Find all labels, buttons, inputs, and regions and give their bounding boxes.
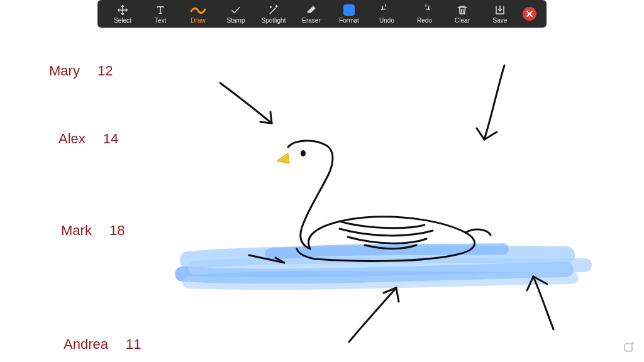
clear-label: Clear <box>455 17 470 24</box>
save-tool[interactable]: Save <box>481 4 519 24</box>
eraser-label: Eraser <box>302 17 320 24</box>
stamp-label: Stamp <box>227 17 245 24</box>
undo-tool[interactable]: Undo <box>368 4 406 24</box>
swan-eye <box>301 150 306 156</box>
draw-tool[interactable]: Draw <box>179 4 217 24</box>
annotation-score: 11 <box>126 336 141 353</box>
swan-beak <box>277 153 289 163</box>
select-tool[interactable]: Select <box>104 4 142 24</box>
text-tool[interactable]: Text <box>142 4 179 24</box>
undo-icon <box>381 4 392 16</box>
water-strokes <box>182 249 585 283</box>
arrows-to-swan <box>220 65 553 342</box>
squiggle-icon <box>190 4 206 16</box>
close-button[interactable] <box>519 7 540 21</box>
save-label: Save <box>493 17 508 24</box>
select-label: Select <box>114 17 131 24</box>
redo-tool[interactable]: Redo <box>406 4 443 24</box>
close-icon <box>523 7 536 21</box>
swan-outline <box>288 141 491 261</box>
annotation-score: 12 <box>97 63 113 79</box>
stamp-tool[interactable]: Stamp <box>217 4 255 24</box>
annotation-name: Andrea <box>64 336 108 353</box>
clear-tool[interactable]: Clear <box>443 4 481 24</box>
text-annotation-mark[interactable]: Mark18 <box>61 222 125 239</box>
check-icon <box>230 4 242 16</box>
wand-icon <box>268 4 279 16</box>
canvas-area[interactable]: Mary12Alex14Mark18Andrea11 <box>0 28 644 362</box>
annotation-name: Mark <box>61 222 92 239</box>
move-icon <box>117 4 128 16</box>
annotation-score: 14 <box>103 131 118 147</box>
redo-label: Redo <box>417 17 432 24</box>
text-label: Text <box>155 17 166 24</box>
text-annotation-andrea[interactable]: Andrea11 <box>64 336 141 353</box>
draw-label: Draw <box>191 17 205 24</box>
eraser-tool[interactable]: Eraser <box>292 4 330 24</box>
text-annotation-mary[interactable]: Mary12 <box>49 63 113 79</box>
save-icon <box>494 4 506 16</box>
annotation-name: Alex <box>58 131 86 147</box>
text-annotation-alex[interactable]: Alex14 <box>58 131 118 147</box>
format-icon <box>343 4 355 16</box>
share-icon[interactable] <box>623 341 635 356</box>
format-tool[interactable]: Format <box>330 4 368 24</box>
text-icon <box>155 4 166 16</box>
format-label: Format <box>339 17 359 24</box>
redo-icon <box>419 4 430 16</box>
trash-icon <box>457 4 468 16</box>
svg-rect-5 <box>625 344 632 351</box>
eraser-icon <box>306 4 317 16</box>
annotation-score: 18 <box>109 222 125 239</box>
spotlight-label: Spotlight <box>262 17 286 24</box>
annotation-toolbar: SelectTextDrawStampSpotlightEraserFormat… <box>97 0 547 28</box>
undo-label: Undo <box>379 17 394 24</box>
annotation-name: Mary <box>49 63 80 79</box>
spotlight-tool[interactable]: Spotlight <box>255 4 292 24</box>
